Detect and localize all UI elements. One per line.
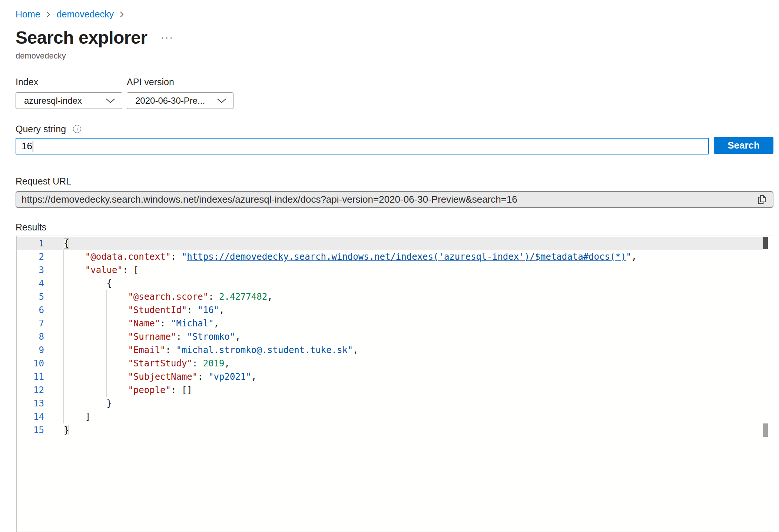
chevron-down-icon bbox=[217, 98, 226, 103]
chevron-right-icon bbox=[120, 11, 124, 18]
chevron-right-icon bbox=[46, 11, 51, 18]
code-line: 7 "Name": "Michal", bbox=[17, 317, 763, 330]
code-text: } bbox=[44, 423, 69, 437]
query-string-value: 16 bbox=[21, 140, 32, 152]
text-caret bbox=[33, 141, 33, 152]
code-line: 14 ] bbox=[17, 410, 763, 423]
api-version-label: API version bbox=[127, 77, 174, 87]
request-url-value: https://demovedecky.search.windows.net/i… bbox=[21, 194, 756, 205]
code-line: 1{ bbox=[17, 237, 763, 250]
code-line: 15} bbox=[17, 423, 763, 437]
code-line: 4 { bbox=[17, 277, 763, 290]
line-number: 5 bbox=[17, 290, 44, 303]
line-number: 14 bbox=[17, 410, 44, 423]
code-text: "@odata.context": "https://demovedecky.s… bbox=[44, 250, 637, 263]
code-line: 5 "@search.score": 2.4277482, bbox=[17, 290, 763, 303]
more-options-button[interactable]: ··· bbox=[161, 32, 174, 43]
index-label: Index bbox=[16, 77, 38, 87]
code-text: "people": [] bbox=[44, 383, 192, 397]
code-text: { bbox=[44, 277, 112, 290]
code-text: "value": [ bbox=[44, 263, 139, 277]
line-number: 7 bbox=[17, 317, 44, 330]
line-number: 2 bbox=[17, 250, 44, 263]
copy-icon[interactable] bbox=[756, 194, 767, 205]
request-url-field[interactable]: https://demovedecky.search.windows.net/i… bbox=[16, 191, 773, 208]
line-number: 3 bbox=[17, 263, 44, 277]
line-number: 8 bbox=[17, 330, 44, 343]
request-url-label: Request URL bbox=[16, 176, 71, 187]
breadcrumb: Home demovedecky bbox=[16, 9, 130, 20]
breadcrumb-home-link[interactable]: Home bbox=[16, 9, 40, 20]
index-select[interactable]: azuresql-index bbox=[16, 92, 122, 109]
line-number: 10 bbox=[17, 357, 44, 370]
code-text: "StudentId": "16", bbox=[44, 303, 225, 317]
line-number: 1 bbox=[17, 237, 44, 250]
line-number: 12 bbox=[17, 383, 44, 397]
line-number: 13 bbox=[17, 397, 44, 410]
results-label: Results bbox=[16, 222, 46, 233]
line-number: 6 bbox=[17, 303, 44, 317]
code-line: 6 "StudentId": "16", bbox=[17, 303, 763, 317]
line-number: 15 bbox=[17, 423, 44, 437]
code-line: 12 "people": [] bbox=[17, 383, 763, 397]
scrollbar-thumb[interactable] bbox=[763, 237, 768, 249]
api-version-select[interactable]: 2020-06-30-Pre... bbox=[127, 92, 233, 109]
query-string-input[interactable]: 16 bbox=[16, 138, 709, 154]
code-text: "@search.score": 2.4277482, bbox=[44, 290, 273, 303]
code-line: 10 "StartStudy": 2019, bbox=[17, 357, 763, 370]
search-button[interactable]: Search bbox=[714, 137, 773, 154]
line-number: 9 bbox=[17, 343, 44, 357]
code-text: "Email": "michal.stromko@.student.tuke.s… bbox=[44, 343, 358, 357]
code-line: 11 "SubjectName": "vp2021", bbox=[17, 370, 763, 383]
code-text: } bbox=[44, 397, 112, 410]
index-select-value: azuresql-index bbox=[24, 96, 102, 106]
breadcrumb-demovedecky-link[interactable]: demovedecky bbox=[57, 9, 114, 20]
code-text: "Surname": "Stromko", bbox=[44, 330, 241, 343]
code-text: "SubjectName": "vp2021", bbox=[44, 370, 256, 383]
code-line: 3 "value": [ bbox=[17, 263, 763, 277]
line-number: 4 bbox=[17, 277, 44, 290]
code-text: ] bbox=[44, 410, 90, 423]
code-text: "StartStudy": 2019, bbox=[44, 357, 230, 370]
page-subtitle: demovedecky bbox=[16, 51, 66, 61]
line-number: 11 bbox=[17, 370, 44, 383]
editor-scrollbar[interactable] bbox=[763, 236, 773, 532]
code-line: 8 "Surname": "Stromko", bbox=[17, 330, 763, 343]
code-line: 9 "Email": "michal.stromko@.student.tuke… bbox=[17, 343, 763, 357]
code-text: { bbox=[44, 237, 69, 250]
page-title: Search explorer bbox=[16, 27, 147, 48]
code-text: "Name": "Michal", bbox=[44, 317, 219, 330]
results-editor[interactable]: 1{2 "@odata.context": "https://demovedec… bbox=[16, 236, 773, 532]
overview-ruler-mark bbox=[763, 423, 768, 437]
api-version-select-value: 2020-06-30-Pre... bbox=[135, 96, 213, 106]
chevron-down-icon bbox=[106, 98, 115, 103]
query-string-label: Query string bbox=[16, 124, 66, 134]
results-editor-lines: 1{2 "@odata.context": "https://demovedec… bbox=[17, 237, 763, 437]
code-line: 2 "@odata.context": "https://demovedecky… bbox=[17, 250, 763, 263]
code-line: 13 } bbox=[17, 397, 763, 410]
info-icon[interactable]: i bbox=[73, 125, 81, 133]
